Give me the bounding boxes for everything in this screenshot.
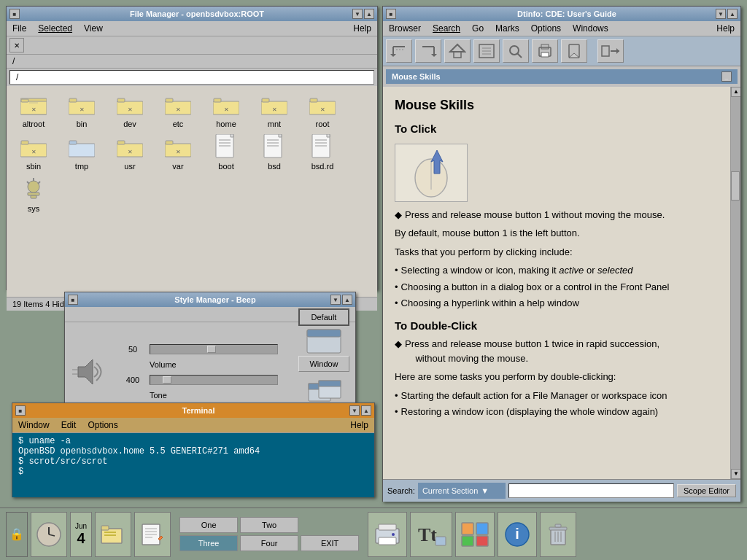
fm-icon-sys[interactable]: sys <box>12 176 55 213</box>
fm-icon-tmp[interactable]: tmp <box>61 134 103 171</box>
menu-go[interactable]: Go <box>469 23 487 34</box>
dtinfo-scrollbar[interactable]: ▲ ▼ <box>730 87 740 479</box>
svg-rect-100 <box>379 524 396 530</box>
fm-icon-var[interactable]: ✕ var <box>157 134 199 171</box>
search-dropdown-icon[interactable]: ▼ <box>481 486 489 495</box>
fm-close-btn[interactable]: ✕ <box>9 38 24 52</box>
section-minimize-btn[interactable]: _ <box>721 71 732 82</box>
sb-track[interactable] <box>731 97 740 469</box>
toolbar-bookmark-btn[interactable] <box>561 39 587 63</box>
taskbar-texteditor[interactable] <box>134 512 171 557</box>
svg-rect-29 <box>117 141 125 144</box>
click-b2: • Choosing a button in a dialog box or a… <box>395 280 729 295</box>
taskbar-info[interactable]: i <box>498 512 537 557</box>
menu-view[interactable]: View <box>81 23 106 34</box>
sm-default-btn[interactable]: Default <box>298 308 349 326</box>
terminal-maximize-btn[interactable]: ▲ <box>361 405 371 416</box>
fm-file-bsd-rd <box>309 134 336 160</box>
dclick-b2: • Restoring a window icon (displaying th… <box>395 405 729 419</box>
menu-options-term[interactable]: Options <box>85 419 120 431</box>
dtinfo-window: ■ Dtinfo: CDE: User's Guide ▼ ▲ Browser … <box>382 6 741 502</box>
fm-icon-usr[interactable]: ✕ usr <box>109 134 151 171</box>
terminal-content[interactable]: $ uname -a OpenBSD openbsdvbox.home 5.5 … <box>12 433 374 497</box>
search-text-input[interactable] <box>508 483 674 498</box>
taskbar-trash[interactable] <box>540 512 576 557</box>
ws-btn-exit[interactable]: EXIT <box>301 535 359 551</box>
menu-window-term[interactable]: Window <box>15 419 53 431</box>
toolbar-forward-btn[interactable] <box>415 39 441 63</box>
menu-edit-term[interactable]: Edit <box>58 419 80 431</box>
dtinfo-maximize-btn[interactable]: ▲ <box>727 9 738 19</box>
menu-selected[interactable]: Selected <box>35 23 75 34</box>
ws-btn-four[interactable]: Four <box>240 535 298 551</box>
ws-btn-one[interactable]: One <box>179 517 238 533</box>
taskbar-font[interactable]: Tt <box>410 512 452 557</box>
svg-text:✕: ✕ <box>224 106 229 113</box>
fm-icon-bsd-rd[interactable]: bsd.rd <box>301 134 344 171</box>
fm-icon-altroot[interactable]: ✕ altroot <box>12 92 55 128</box>
fm-icon-dev[interactable]: ✕ dev <box>109 92 151 128</box>
fm-icon-etc[interactable]: ✕ etc <box>157 92 199 128</box>
toolbar-home-btn[interactable] <box>444 39 471 63</box>
menu-search[interactable]: Search <box>430 23 463 34</box>
svg-rect-18 <box>262 98 269 102</box>
ws-btn-two[interactable]: Two <box>240 517 298 533</box>
menu-help-term[interactable]: Help <box>347 419 371 431</box>
sb-thumb[interactable] <box>731 171 740 201</box>
sm-volume-thumb[interactable] <box>207 346 216 353</box>
sm-tone-thumb[interactable] <box>163 376 171 384</box>
ws-btn-three[interactable]: Three <box>179 535 238 551</box>
fm-label-usr: usr <box>124 162 135 171</box>
menu-help-dtinfo[interactable]: Help <box>713 23 738 34</box>
menu-help[interactable]: Help <box>350 23 374 34</box>
fm-location-bar[interactable]: / <box>9 70 374 85</box>
fm-icon-root[interactable]: ✕ root <box>301 92 344 128</box>
dtinfo-menu-btn[interactable]: ■ <box>386 9 396 19</box>
terminal-minimize-btn[interactable]: ▼ <box>349 405 360 416</box>
menu-marks[interactable]: Marks <box>492 23 522 34</box>
taskbar-calendar[interactable]: Jun 4 <box>70 512 92 557</box>
toolbar-back-btn[interactable] <box>386 39 412 63</box>
sb-up-btn[interactable]: ▲ <box>731 87 740 97</box>
sm-volume-value: 50 <box>122 345 144 354</box>
fm-folder-var: ✕ <box>165 134 191 160</box>
scope-editor-btn[interactable]: Scope Editor <box>677 484 736 497</box>
taskbar-filemanager[interactable] <box>95 512 131 557</box>
file-manager-minimize-btn[interactable]: ▼ <box>352 9 363 19</box>
menu-browser[interactable]: Browser <box>386 23 424 34</box>
fm-icon-boot[interactable]: boot <box>205 134 247 171</box>
taskbar-appmanager[interactable] <box>455 512 495 557</box>
fm-icon-home[interactable]: ✕ home <box>205 92 247 128</box>
toolbar-toc-btn[interactable] <box>473 39 500 63</box>
sm-window-btn[interactable]: Window <box>298 356 349 372</box>
sm-minimize-btn[interactable]: ▼ <box>330 295 341 305</box>
sm-window-area: Window <box>298 328 349 372</box>
sb-down-btn[interactable]: ▼ <box>731 469 740 479</box>
dtinfo-minimize-btn[interactable]: ▼ <box>716 9 726 19</box>
fm-icon-bsd[interactable]: bsd <box>253 134 295 171</box>
fm-label-etc: etc <box>173 120 184 128</box>
menu-windows[interactable]: Windows <box>570 23 611 34</box>
fm-icon-sbin[interactable]: ✕ sbin <box>12 134 55 171</box>
toolbar-search-btn[interactable] <box>503 39 529 63</box>
toolbar-expand-btn[interactable] <box>597 39 624 63</box>
dclick-bullet1: ◆ Press and release mouse button 1 twice… <box>395 337 729 365</box>
filemanager-taskbar-icon <box>100 523 126 546</box>
taskbar-printer[interactable] <box>368 512 407 557</box>
file-manager-menu-btn[interactable]: ■ <box>9 9 20 19</box>
terminal-menu-btn[interactable]: ■ <box>15 405 26 416</box>
sm-volume-slider[interactable] <box>150 344 278 354</box>
svg-marker-74 <box>616 48 619 54</box>
fm-icon-mnt[interactable]: ✕ mnt <box>253 92 295 128</box>
sm-menu-btn[interactable]: ■ <box>68 295 78 305</box>
fm-icon-bin[interactable]: ✕ bin <box>61 92 103 128</box>
search-input-area[interactable]: Current Section ▼ <box>418 483 506 499</box>
file-manager-maximize-btn[interactable]: ▲ <box>364 9 374 19</box>
toolbar-print-btn[interactable] <box>532 39 558 63</box>
lock-btn[interactable]: 🔒 <box>6 512 28 557</box>
menu-options[interactable]: Options <box>528 23 564 34</box>
font-icon: Tt <box>415 521 447 548</box>
sm-tone-slider[interactable] <box>150 375 278 385</box>
sm-maximize-btn[interactable]: ▲ <box>342 295 352 305</box>
menu-file[interactable]: File <box>9 23 29 34</box>
